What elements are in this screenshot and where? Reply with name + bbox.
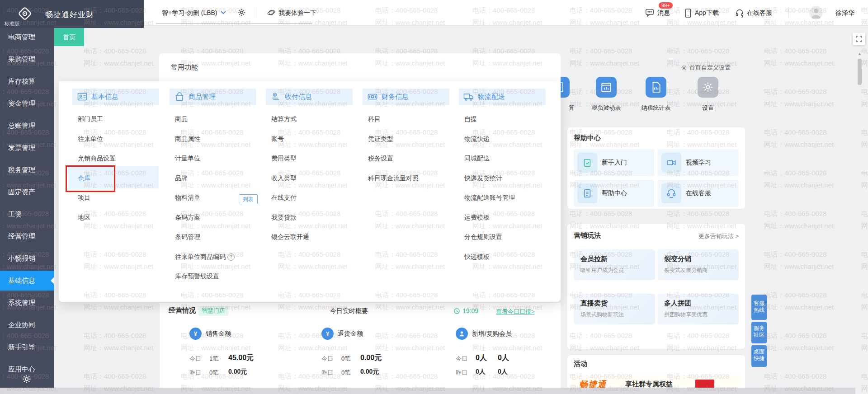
menu-item-loan[interactable]: 我要贷款 [271, 214, 297, 222]
sidebar-item-operation[interactable]: 经营管理 [0, 226, 54, 246]
sidebar-item-salary[interactable]: 工资 [0, 204, 54, 224]
menu-item-cashflow-map[interactable]: 科目现金流量对照 [368, 174, 419, 183]
help-item-video-learning[interactable]: 视频学习 [658, 149, 738, 176]
watermark-text: 电话：400-665-0028 [84, 332, 146, 340]
menu-item-units[interactable]: 计量单位 [175, 155, 200, 163]
globe-icon[interactable] [267, 8, 276, 17]
message-icon[interactable] [645, 9, 654, 17]
menu-item-settlement[interactable]: 结算方式 [271, 115, 297, 123]
shortcut-tax-fluctuation-icon[interactable] [596, 77, 617, 98]
menu-item-barcode-mgmt[interactable]: 条码管理 [175, 233, 200, 241]
smart-store-chip[interactable]: 智慧门店 [198, 306, 228, 316]
sidebar-gear-icon[interactable] [22, 374, 32, 384]
sidebar-item-ecommerce[interactable]: 电商管理 [0, 27, 54, 47]
shortcut-label[interactable]: 纳税统计表 [633, 104, 679, 112]
service-community-button[interactable]: 服务社区 [751, 322, 767, 343]
sidebar-item-ledger[interactable]: 总账管理 [0, 116, 54, 136]
daily-report-link[interactable]: 查看今日日报> [496, 308, 535, 316]
chevron-down-icon[interactable] [220, 10, 226, 15]
sidebar-item-funds[interactable]: 资金管理 [0, 94, 54, 113]
avatar[interactable] [809, 6, 823, 19]
menu-item-goods[interactable]: 商品 [175, 115, 188, 123]
homepage-customize-link[interactable]: 首页自定义设置 [681, 64, 731, 72]
sidebar-item-inventory[interactable]: 库存核算 [0, 71, 54, 91]
menu-item-city-delivery[interactable]: 同城配送 [464, 155, 490, 163]
list-badge[interactable]: 列表 [239, 194, 258, 204]
account-tab[interactable]: 智+学习-勿删 (LBB) [162, 9, 217, 17]
menu-item-voucher-type[interactable]: 凭证类型 [368, 135, 393, 143]
marketing-card-live[interactable]: 直播卖货 场景式购物新玩法 [574, 294, 655, 324]
app-download-button[interactable]: App下载 [695, 9, 719, 17]
shortcut-label[interactable]: 税负波动表 [584, 104, 629, 112]
menu-item-bank-cloud[interactable]: 银企云联开通 [271, 233, 309, 241]
menu-item-project[interactable]: 项目 [78, 194, 90, 202]
popup-top [159, 53, 561, 82]
sidebar-item-basic-info[interactable]: 基础信息 [0, 271, 54, 291]
menu-item-region[interactable]: 地区 [78, 214, 90, 222]
menu-item-ship-stats[interactable]: 快递发货统计 [464, 174, 502, 183]
sidebar-item-invoice[interactable]: 发票管理 [0, 138, 54, 158]
help-item-help-center[interactable]: 帮助中心 [574, 180, 654, 207]
help-circle-icon[interactable]: ? [227, 253, 235, 261]
shortcut-tax-statistics-icon[interactable] [646, 77, 666, 98]
menu-item-tax-settings[interactable]: 税务设置 [368, 155, 393, 163]
tab-home[interactable]: 首页 [54, 28, 84, 46]
online-service-button[interactable]: 在线客服 [747, 9, 772, 17]
menu-item-online-pay[interactable]: 在线支付 [271, 194, 297, 202]
help-item-online-service[interactable]: 在线客服 [658, 180, 738, 207]
category-logistics: 物流配送 [459, 89, 546, 105]
shortcut-label[interactable]: 设置 [685, 104, 731, 112]
marketing-panel: 营销玩法 更多营销玩法 > 会员拉新 吸引用户成为会员 裂变分销 裂变式发展分销… [567, 224, 745, 349]
marketing-card-group[interactable]: 多人拼团 拼团购物享受优惠 [657, 294, 739, 324]
menu-item-warehouse-rule[interactable]: 分仓规则设置 [464, 233, 502, 241]
sidebar-item-guide[interactable]: 新手引导 [0, 337, 54, 357]
fullscreen-icon[interactable] [853, 33, 865, 45]
marketing-card-fission[interactable]: 裂变分销 裂变式发展分销商 [657, 249, 739, 280]
sidebar-item-expense[interactable]: 小畅报销 [0, 249, 54, 268]
stat-label: 退货金额 [338, 330, 363, 338]
gear-icon[interactable] [237, 8, 246, 17]
menu-item-logi-account[interactable]: 物流配送账号管理 [464, 194, 515, 202]
menu-item-bom[interactable]: 物料清单 [175, 194, 200, 202]
menu-item-subjects[interactable]: 科目 [368, 115, 381, 123]
menu-item-freight-tpl[interactable]: 运费模板 [464, 214, 490, 222]
shortcut-settings-icon[interactable] [698, 77, 718, 98]
sidebar-item-assets[interactable]: 固定资产 [0, 182, 54, 202]
menu-item-brand[interactable]: 品牌 [175, 174, 188, 183]
menu-item-stock-warning[interactable]: 库存预警线设置 [175, 272, 219, 281]
menu-item-sale-settings[interactable]: 允销商品设置 [78, 155, 116, 163]
gear-icon [681, 65, 687, 71]
menu-item-account[interactable]: 账号 [271, 135, 284, 143]
sidebar-item-purchase[interactable]: 采购管理 [0, 49, 54, 69]
headset-icon[interactable] [735, 9, 744, 18]
menu-item-expense-type[interactable]: 费用类型 [271, 155, 297, 163]
username[interactable]: 徐泽华 [835, 9, 854, 17]
watermark-text: 电话：400-665-0028 [667, 210, 729, 218]
desktop-shortcut-button[interactable]: 桌面快捷 [751, 345, 767, 367]
menu-item-income-type[interactable]: 收入类型 [271, 174, 297, 183]
marketing-card-member[interactable]: 会员拉新 吸引用户成为会员 [574, 249, 655, 280]
menu-item-express[interactable]: 物流快递 [464, 135, 490, 143]
menu-item-barcode-plan[interactable]: 条码方案 [175, 214, 200, 222]
scrollbar-thumb[interactable] [858, 59, 862, 85]
help-item-getting-started[interactable]: 新手入门 [574, 149, 654, 176]
menu-item-departments[interactable]: 部门员工 [78, 115, 103, 123]
menu-item-self-pickup[interactable]: 自提 [464, 115, 477, 123]
stat-count: 0笔 [209, 369, 218, 377]
phone-icon[interactable] [685, 9, 691, 18]
watermark-text: 电话：400-665-0028 [861, 169, 868, 178]
sidebar-item-collab[interactable]: 企业协同 [0, 315, 54, 335]
sidebar-item-system[interactable]: 系统管理 [0, 293, 54, 313]
more-marketing-link[interactable]: 更多营销玩法 > [698, 232, 739, 240]
experience-link[interactable]: 我要体验一下 [278, 9, 316, 17]
watermark-text: 网址：www.chanjet.net [764, 303, 834, 312]
messages-button[interactable]: 消息 [657, 9, 670, 17]
sidebar-item-tax[interactable]: 税务管理 [0, 160, 54, 180]
watermark-text: 电话：400-665-0028 [861, 128, 868, 137]
service-hotline-button[interactable]: 客服热线 [751, 295, 767, 320]
menu-item-express-tpl[interactable]: 快递模板 [464, 253, 490, 261]
menu-item-partner-goods-code[interactable]: 往来单位商品编码? [175, 253, 235, 261]
menu-item-partners[interactable]: 往来单位 [78, 135, 103, 143]
menu-item-goods-attr[interactable]: 商品属性 [175, 135, 200, 143]
scrollbar-up-arrow[interactable]: ▲ [858, 52, 862, 56]
